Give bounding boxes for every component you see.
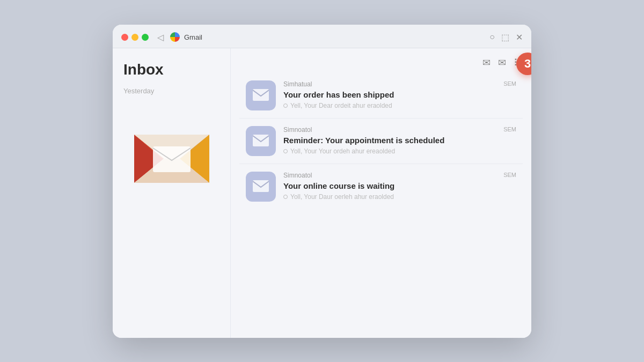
- email-body: Simnoatol Your online course is waiting …: [283, 172, 516, 201]
- mail-icon[interactable]: ✉: [482, 57, 491, 69]
- badge-container: 3: [516, 53, 531, 75]
- notification-badge: 3: [516, 53, 531, 75]
- new-tab-icon[interactable]: ⬚: [501, 32, 509, 42]
- email-sender: Simhatual: [283, 80, 516, 88]
- gmail-favicon-icon: [170, 32, 180, 42]
- email-preview: Yell, Your Dear ordeit ahur eraolded: [283, 102, 516, 109]
- page-title: Inbox: [123, 61, 164, 78]
- close-icon[interactable]: ✕: [516, 32, 523, 42]
- traffic-lights: [121, 34, 149, 41]
- preview-dot-icon: [283, 195, 288, 199]
- right-panel: ✉ ✉ ⠿ 3 Simha: [231, 48, 531, 338]
- email-subject: Your online course is waiting: [283, 181, 516, 191]
- email-preview: Yoll, Your Your ordeh ahur ereaolded: [283, 147, 516, 155]
- left-panel: Inbox Yesterday: [113, 48, 231, 338]
- svg-rect-7: [153, 146, 191, 172]
- email-subject: Reminder: Your appointment is scheduled: [283, 135, 516, 146]
- preview-dot-icon: [283, 149, 288, 153]
- preview-text: Yoll, Your Daur oerleh ahur eraolded: [290, 193, 394, 201]
- email-sender: Simnoatol: [283, 126, 516, 134]
- email-body: Simhatual Your order has been shipped Ye…: [283, 80, 516, 110]
- browser-chrome: ◁ Gmail ○ ⬚ ✕: [113, 25, 531, 48]
- browser-actions: ○ ⬚ ✕: [489, 32, 523, 42]
- section-label: Yesterday: [123, 87, 154, 95]
- gmail-logo: [123, 119, 220, 199]
- mail2-icon[interactable]: ✉: [498, 57, 506, 69]
- email-sender: Simnoatol: [283, 172, 516, 179]
- email-item[interactable]: Simnoatol Reminder: Your appointment is …: [239, 119, 523, 164]
- maximize-button[interactable]: [142, 34, 149, 41]
- svg-rect-9: [253, 135, 269, 146]
- tab-title[interactable]: Gmail: [184, 33, 202, 41]
- svg-rect-8: [253, 89, 269, 101]
- email-avatar: [246, 126, 276, 156]
- search-icon[interactable]: ○: [489, 32, 495, 42]
- email-preview: Yoll, Your Daur oerleh ahur eraolded: [283, 193, 516, 201]
- main-content: Inbox Yesterday: [113, 48, 531, 338]
- email-time: SEM: [503, 80, 516, 87]
- preview-text: Yoll, Your Your ordeh ahur ereaolded: [290, 147, 395, 155]
- email-list: Simhatual Your order has been shipped Ye…: [231, 73, 531, 209]
- email-subject: Your order has been shipped: [283, 90, 516, 100]
- panel-header: ✉ ✉ ⠿ 3: [231, 48, 531, 73]
- email-body: Simnoatol Reminder: Your appointment is …: [283, 126, 516, 156]
- minimize-button[interactable]: [131, 34, 138, 41]
- tab-bar: Gmail: [170, 32, 483, 42]
- email-item[interactable]: Simhatual Your order has been shipped Ye…: [239, 73, 523, 119]
- browser-window: ◁ Gmail ○ ⬚ ✕ Inbox Yesterday: [113, 25, 531, 338]
- email-item[interactable]: Simnoatol Your online course is waiting …: [239, 164, 523, 209]
- email-avatar: [246, 172, 276, 202]
- close-button[interactable]: [121, 34, 128, 41]
- preview-dot-icon: [283, 104, 288, 108]
- preview-text: Yell, Your Dear ordeit ahur eraolded: [290, 102, 392, 109]
- svg-rect-10: [253, 180, 269, 192]
- email-time: SEM: [503, 172, 516, 178]
- email-avatar: [246, 80, 276, 110]
- email-time: SEM: [503, 126, 516, 132]
- back-icon[interactable]: ◁: [157, 32, 164, 42]
